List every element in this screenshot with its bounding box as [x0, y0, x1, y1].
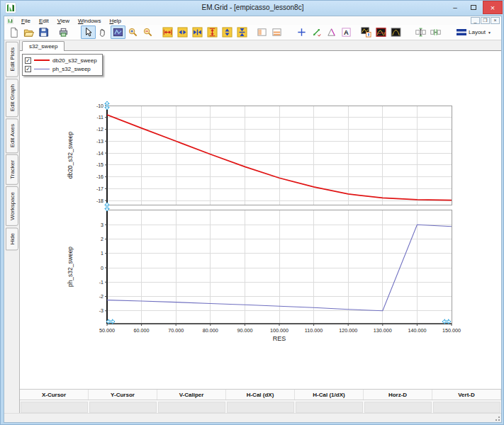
- graph-style-dark-button[interactable]: [388, 26, 403, 39]
- status-bar: [4, 413, 501, 422]
- title-bar[interactable]: EM.Grid - [empicasso_lesson8c] – ×: [1, 1, 504, 16]
- horizontal-spacing-button[interactable]: [428, 26, 443, 39]
- menu-windows[interactable]: Windows: [74, 18, 105, 24]
- measure-value-cell: [433, 402, 500, 413]
- side-tab-strip: Edit PlotsEdit GraphEdit AxesTrackerWork…: [4, 40, 19, 413]
- y-tick-label: -1: [99, 280, 103, 285]
- legend-checkbox[interactable]: ✓: [25, 57, 31, 64]
- app-logo-small-icon: [7, 18, 13, 24]
- y-tick-label: 2: [101, 237, 103, 242]
- sidebar-tab-workspace[interactable]: Workspace: [6, 186, 18, 226]
- tab-s32-sweep[interactable]: s32_sweep: [22, 41, 65, 51]
- legend-checkbox[interactable]: ✓: [25, 66, 31, 72]
- document-tab-strip: s32_sweep: [20, 40, 501, 51]
- layout-menu-button[interactable]: Layout ▼: [453, 28, 495, 37]
- y-axis-title: db20_s32_sweep: [67, 131, 74, 178]
- maximize-button[interactable]: [465, 1, 482, 14]
- measure-header: Y-Cursor: [89, 390, 157, 400]
- pan-hand-button[interactable]: [96, 26, 111, 39]
- mdi-restore-button[interactable]: ❐: [481, 17, 490, 24]
- measure-header: H-Cal (1/dX): [295, 390, 364, 400]
- axis-scale-handle[interactable]: [442, 319, 451, 324]
- zoom-in-button[interactable]: [125, 26, 140, 39]
- y-tick-label: -18: [96, 198, 103, 203]
- open-file-button[interactable]: [21, 26, 36, 39]
- mdi-close-button[interactable]: ×: [491, 17, 500, 24]
- zoom-out-button[interactable]: [140, 26, 155, 39]
- axis-scale-handle[interactable]: [105, 203, 109, 211]
- sidebar-tab-edit-graph[interactable]: Edit Graph: [6, 79, 18, 117]
- layout-icon: [457, 29, 466, 35]
- mdi-minimize-button[interactable]: _: [471, 17, 480, 24]
- legend-item: ✓db20_s32_sweep: [25, 56, 97, 64]
- app-window: EM.Grid - [empicasso_lesson8c] – × FileE…: [0, 0, 504, 425]
- y-tick-label: -17: [96, 186, 103, 191]
- mdi-window-controls: _ ❐ ×: [471, 17, 501, 24]
- measure-value-cell: [89, 402, 157, 413]
- resize-grip[interactable]: [493, 414, 500, 421]
- measure-header: Horz-D: [364, 390, 432, 400]
- measure-value-cell: [21, 402, 88, 413]
- toolbar: A Layout ▼: [4, 25, 501, 40]
- scale-y-full-button[interactable]: [205, 26, 220, 39]
- select-arrow-button[interactable]: [81, 26, 96, 39]
- y-tick-label: -11: [96, 115, 103, 120]
- sidebar-tab-tracker[interactable]: Tracker: [6, 154, 18, 185]
- new-document-button[interactable]: [6, 26, 21, 39]
- plot-canvas[interactable]: ✓db20_s32_sweep✓ph_s32_sweep -10-11-12-1…: [20, 51, 501, 389]
- scale-x-full-button[interactable]: [160, 26, 175, 39]
- shrink-y-button[interactable]: [235, 26, 250, 39]
- menu-edit[interactable]: Edit: [35, 18, 53, 24]
- sidebar-tab-edit-plots[interactable]: Edit Plots: [6, 42, 18, 77]
- menu-help[interactable]: Help: [105, 18, 125, 24]
- menu-items: FileEditViewWindowsHelp: [17, 18, 125, 24]
- legend-item: ✓ph_s32_sweep: [25, 64, 97, 73]
- menu-file[interactable]: File: [17, 18, 35, 24]
- measure-value-cell: [227, 402, 294, 413]
- close-button[interactable]: ×: [483, 1, 503, 14]
- maximize-icon: [471, 5, 476, 10]
- svg-text:A: A: [344, 29, 349, 36]
- add-text-label-button[interactable]: A: [339, 26, 354, 39]
- minimize-button[interactable]: –: [447, 1, 464, 14]
- axis-scale-handle[interactable]: [106, 319, 115, 324]
- delta-caliper-button[interactable]: [324, 26, 339, 39]
- x-axis-title: RES: [273, 335, 286, 342]
- save-button[interactable]: [36, 26, 51, 39]
- y-tick-label: -13: [96, 139, 103, 144]
- expand-x-button[interactable]: [175, 26, 190, 39]
- x-tick-label: 120.000: [339, 327, 357, 334]
- dropdown-caret-icon: ▼: [488, 30, 491, 35]
- graph-style-dark-red-button[interactable]: [374, 26, 388, 39]
- y-tick-label: -16: [96, 174, 103, 179]
- measure-value-cell: [158, 402, 225, 413]
- menu-view[interactable]: View: [53, 18, 74, 24]
- print-button[interactable]: [56, 26, 71, 39]
- tracker-button[interactable]: [309, 26, 324, 39]
- split-bottom-panel-button[interactable]: [269, 26, 284, 39]
- plot-overview-button[interactable]: [111, 26, 125, 39]
- x-tick-label: 90.000: [237, 327, 252, 334]
- x-tick-label: 60.000: [134, 327, 150, 334]
- layout-label: Layout: [469, 29, 486, 35]
- y-tick-label: -15: [96, 162, 103, 167]
- legend-line-sample: [34, 60, 50, 61]
- measure-header: H-Cal (dX): [226, 390, 295, 400]
- y-tick-label: -10: [96, 103, 103, 108]
- sidebar-tab-edit-axes[interactable]: Edit Axes: [6, 118, 18, 153]
- legend-label: ph_s32_sweep: [52, 66, 91, 72]
- expand-y-button[interactable]: [220, 26, 235, 39]
- sidebar-tab-hide[interactable]: Hide: [6, 227, 18, 250]
- vertical-spacing-button[interactable]: [413, 26, 428, 39]
- measurement-values: [20, 400, 501, 414]
- y-tick-label: -2: [99, 294, 103, 299]
- work-area: s32_sweep ✓db20_s32_sweep✓ph_s32_sweep -…: [19, 40, 501, 413]
- x-tick-label: 80.000: [203, 327, 218, 334]
- new-graph-window-button[interactable]: [359, 26, 374, 39]
- measure-header: X-Cursor: [20, 390, 89, 400]
- measure-value-cell: [296, 402, 363, 413]
- add-marker-button[interactable]: [294, 26, 309, 39]
- shrink-x-button[interactable]: [190, 26, 205, 39]
- split-left-panel-button[interactable]: [254, 26, 269, 39]
- x-tick-label: 50.000: [99, 327, 115, 334]
